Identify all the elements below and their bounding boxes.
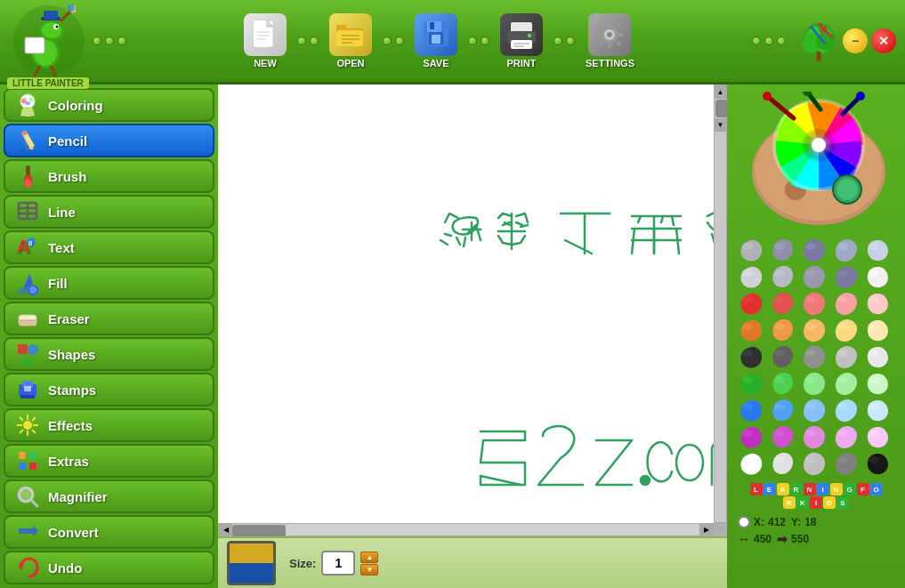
color-swatch[interactable] — [864, 264, 891, 289]
save-button[interactable]: SAVE — [415, 13, 457, 68]
color-wheel[interactable] — [740, 92, 892, 234]
color-swatch[interactable] — [864, 398, 891, 423]
sidebar-item-shapes[interactable]: Shapes — [4, 337, 214, 371]
size-decrease-button[interactable]: ▼ — [360, 564, 378, 576]
color-swatch[interactable] — [801, 264, 828, 289]
new-button[interactable]: NEW — [244, 13, 287, 68]
vertical-scrollbar[interactable]: ▲ ▼ — [714, 85, 727, 523]
color-swatch[interactable] — [864, 238, 891, 262]
minimize-button[interactable]: − — [843, 28, 868, 53]
scroll-right-button[interactable]: ▶ — [699, 523, 713, 536]
scroll-up-button[interactable]: ▲ — [715, 85, 726, 99]
open-button[interactable]: OPEN — [329, 13, 372, 68]
window-controls: − ✕ — [843, 28, 896, 53]
svg-point-148 — [774, 350, 785, 357]
color-swatch[interactable] — [833, 398, 860, 423]
color-swatch[interactable] — [770, 238, 796, 262]
sidebar-item-eraser[interactable]: Eraser — [4, 302, 214, 335]
color-swatch[interactable] — [770, 291, 796, 316]
color-swatch[interactable] — [770, 344, 796, 369]
color-swatch[interactable] — [833, 451, 860, 476]
toolbar-dots — [294, 36, 322, 45]
sidebar-item-brush[interactable]: Brush — [4, 159, 214, 193]
color-swatch[interactable] — [864, 371, 891, 396]
color-swatch[interactable] — [864, 424, 891, 449]
color-swatch[interactable] — [738, 371, 764, 396]
x-label: X: — [754, 516, 764, 528]
color-swatch[interactable] — [833, 371, 860, 396]
color-swatch[interactable] — [864, 318, 891, 342]
sidebar-item-fill[interactable]: Fill — [4, 266, 214, 300]
sidebar-item-magnifier[interactable]: Magnifier — [4, 479, 214, 513]
color-swatch[interactable] — [864, 291, 891, 316]
sidebar-item-extras[interactable]: Extras — [4, 444, 214, 478]
color-swatch[interactable] — [738, 424, 764, 449]
color-swatch[interactable] — [770, 451, 796, 476]
sidebar-item-text[interactable]: A 8 Text — [4, 230, 214, 264]
color-swatch[interactable] — [770, 424, 796, 449]
scroll-left-button[interactable]: ◀ — [219, 523, 232, 536]
fill-label: Fill — [48, 276, 68, 291]
sidebar: Coloring Pencil — [0, 85, 218, 588]
scroll-down-button[interactable]: ▼ — [715, 118, 726, 132]
color-swatch[interactable] — [864, 344, 891, 369]
size-increase-button[interactable]: ▲ — [360, 552, 378, 563]
color-swatch[interactable] — [801, 371, 828, 396]
svg-point-143 — [774, 323, 785, 330]
color-swatch[interactable] — [833, 344, 860, 369]
text-label: Text — [48, 240, 75, 255]
color-swatch[interactable] — [801, 344, 828, 369]
color-swatch[interactable] — [738, 318, 764, 342]
canvas-container[interactable] — [218, 85, 714, 523]
brand-letter: S — [836, 496, 849, 509]
magnifier-icon — [14, 483, 41, 510]
logo-area — [9, 4, 89, 79]
svg-point-134 — [805, 270, 816, 277]
color-swatch[interactable] — [833, 424, 860, 449]
print-label: PRINT — [506, 58, 536, 68]
svg-point-161 — [869, 403, 879, 410]
coord-x-dot — [738, 516, 750, 528]
color-swatch[interactable] — [833, 291, 860, 316]
horizontal-scrollbar[interactable]: ◀ ▶ — [218, 523, 714, 536]
color-swatch[interactable] — [770, 318, 796, 342]
color-swatch[interactable] — [738, 398, 764, 423]
print-button[interactable]: PRINT — [500, 13, 543, 68]
color-wheel-svg — [740, 92, 892, 230]
color-swatch[interactable] — [738, 291, 764, 316]
sidebar-item-convert[interactable]: Convert — [4, 515, 214, 549]
color-swatch[interactable] — [738, 344, 764, 369]
color-swatch[interactable] — [738, 451, 764, 476]
color-swatch[interactable] — [770, 371, 796, 396]
color-swatch[interactable] — [770, 264, 796, 289]
sidebar-item-pencil[interactable]: Pencil — [4, 124, 214, 157]
color-swatch[interactable] — [738, 264, 764, 289]
color-swatch[interactable] — [833, 318, 860, 342]
color-swatch[interactable] — [770, 398, 796, 423]
print-icon — [500, 13, 543, 56]
color-swatch[interactable] — [833, 238, 860, 262]
color-preview[interactable] — [227, 541, 276, 585]
sidebar-item-stamps[interactable]: Stamps — [4, 373, 214, 407]
color-swatch[interactable] — [738, 238, 764, 262]
color-swatch[interactable] — [801, 238, 828, 262]
scroll-thumb-v[interactable] — [715, 100, 727, 117]
color-swatch[interactable] — [801, 318, 828, 342]
scroll-thumb-h[interactable] — [232, 525, 286, 536]
color-swatch[interactable] — [864, 451, 891, 476]
color-swatch[interactable] — [801, 398, 828, 423]
color-swatch[interactable] — [833, 264, 860, 289]
svg-point-153 — [774, 376, 785, 383]
color-swatch[interactable] — [801, 291, 828, 316]
close-button[interactable]: ✕ — [871, 28, 896, 53]
color-swatch[interactable] — [801, 424, 828, 449]
settings-button[interactable]: SETTINGS — [586, 13, 634, 68]
sidebar-item-undo[interactable]: Undo — [4, 551, 214, 584]
sidebar-item-coloring[interactable]: Coloring — [4, 88, 214, 122]
svg-point-163 — [774, 430, 785, 437]
size-input[interactable] — [321, 551, 355, 576]
sidebar-item-line[interactable]: Line — [4, 195, 214, 229]
drawing-canvas[interactable] — [218, 85, 714, 523]
color-swatch[interactable] — [801, 451, 828, 476]
sidebar-item-effects[interactable]: Effects — [4, 408, 214, 442]
